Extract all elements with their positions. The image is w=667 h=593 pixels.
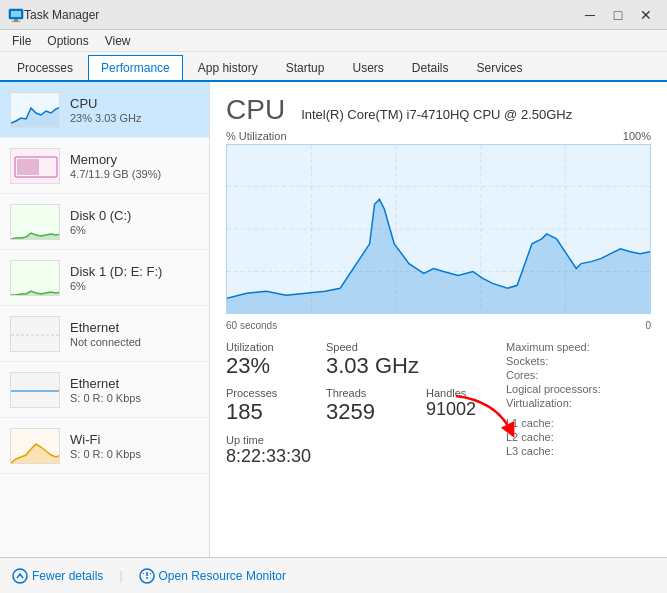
processes-value: 185: [226, 399, 306, 425]
processes-stat: Processes 185: [226, 387, 306, 425]
uptime-block: Up time 8:22:33:30: [226, 434, 506, 467]
wifi-sidebar-info: Wi-Fi S: 0 R: 0 Kbps: [70, 432, 199, 460]
window-title: Task Manager: [24, 8, 577, 22]
memory-sidebar-value: 4.7/11.9 GB (39%): [70, 168, 199, 180]
wifi-sidebar-value: S: 0 R: 0 Kbps: [70, 448, 199, 460]
ethernet1-sidebar-value: Not connected: [70, 336, 199, 348]
tab-users[interactable]: Users: [339, 55, 396, 80]
cpu-detail-panel: CPU Intel(R) Core(TM) i7-4710HQ CPU @ 2.…: [210, 82, 667, 557]
minimize-button[interactable]: ─: [577, 5, 603, 25]
disk1-sidebar-name: Disk 1 (D: E: F:): [70, 264, 199, 279]
open-resource-monitor-link[interactable]: Open Resource Monitor: [139, 568, 286, 584]
info-cores: Cores: 4: [506, 369, 667, 381]
ethernet2-sidebar-info: Ethernet S: 0 R: 0 Kbps: [70, 376, 199, 404]
fewer-details-icon: [12, 568, 28, 584]
menu-view[interactable]: View: [97, 32, 139, 50]
handles-value: 91002: [426, 399, 506, 421]
max-speed-label: Maximum speed:: [506, 341, 590, 353]
cpu-sidebar-value: 23% 3.03 GHz: [70, 112, 199, 124]
svg-rect-6: [17, 159, 39, 175]
ethernet1-sidebar-name: Ethernet: [70, 320, 199, 335]
close-button[interactable]: ✕: [633, 5, 659, 25]
cpu-panel-title: CPU: [226, 94, 285, 126]
disk0-sidebar-info: Disk 0 (C:) 6%: [70, 208, 199, 236]
svg-rect-3: [12, 21, 20, 22]
cpu-sidebar-name: CPU: [70, 96, 199, 111]
disk1-sidebar-value: 6%: [70, 280, 199, 292]
svg-rect-1: [11, 11, 21, 17]
svg-marker-19: [227, 199, 650, 313]
maximize-button[interactable]: □: [605, 5, 631, 25]
stats-row-1: Utilization 23% Speed 3.03 GHz: [226, 341, 506, 379]
info-l2cache: L2 cache: 1.0 MB: [506, 431, 667, 443]
svg-point-23: [146, 577, 148, 579]
handles-stat: Handles 91002: [426, 387, 506, 425]
threads-value: 3259: [326, 399, 406, 425]
memory-sidebar-info: Memory 4.7/11.9 GB (39%): [70, 152, 199, 180]
app-icon: [8, 7, 24, 23]
sidebar-item-ethernet1[interactable]: Ethernet Not connected: [0, 306, 209, 362]
sidebar-item-ethernet2[interactable]: Ethernet S: 0 R: 0 Kbps: [0, 362, 209, 418]
info-l3cache: L3 cache: 6.0 MB: [506, 445, 667, 457]
fewer-details-label: Fewer details: [32, 569, 103, 583]
title-bar: Task Manager ─ □ ✕: [0, 0, 667, 30]
disk1-sidebar-info: Disk 1 (D: E: F:) 6%: [70, 264, 199, 292]
uptime-label: Up time: [226, 434, 506, 446]
disk0-sidebar-value: 6%: [70, 224, 199, 236]
sidebar-item-disk1[interactable]: Disk 1 (D: E: F:) 6%: [0, 250, 209, 306]
sidebar-item-wifi[interactable]: Wi-Fi S: 0 R: 0 Kbps: [0, 418, 209, 474]
utilization-stat: Utilization 23%: [226, 341, 306, 379]
info-max-speed: Maximum speed: 2.50 GHz: [506, 341, 667, 353]
speed-value: 3.03 GHz: [326, 353, 419, 379]
ethernet2-thumbnail: [10, 372, 60, 408]
tab-performance[interactable]: Performance: [88, 55, 183, 80]
stats-info-layout: Utilization 23% Speed 3.03 GHz Processes…: [226, 341, 651, 467]
stats-row-2: Processes 185 Threads 3259 Handles 91002: [226, 387, 506, 425]
cpu-stats-left: Utilization 23% Speed 3.03 GHz Processes…: [226, 341, 506, 467]
chart-time-labels: 60 seconds 0: [226, 320, 651, 331]
tab-processes[interactable]: Processes: [4, 55, 86, 80]
utilization-value: 23%: [226, 353, 306, 379]
tab-services[interactable]: Services: [464, 55, 536, 80]
cpu-thumbnail: [10, 92, 60, 128]
cpu-utilization-chart: [226, 144, 651, 314]
cpu-model-text: Intel(R) Core(TM) i7-4710HQ CPU @ 2.50GH…: [301, 107, 572, 122]
disk0-thumbnail: [10, 204, 60, 240]
sidebar-item-cpu[interactable]: CPU 23% 3.03 GHz: [0, 82, 209, 138]
tab-details[interactable]: Details: [399, 55, 462, 80]
l2cache-label: L2 cache:: [506, 431, 554, 443]
ethernet2-sidebar-name: Ethernet: [70, 376, 199, 391]
memory-sidebar-name: Memory: [70, 152, 199, 167]
disk1-thumbnail: [10, 260, 60, 296]
chart-time-left: 60 seconds: [226, 320, 277, 331]
fewer-details-link[interactable]: Fewer details: [12, 568, 103, 584]
cpu-sidebar-info: CPU 23% 3.03 GHz: [70, 96, 199, 124]
sidebar: CPU 23% 3.03 GHz Memory 4.7/11.9 GB (39%…: [0, 82, 210, 557]
chart-time-right: 0: [645, 320, 651, 331]
menu-file[interactable]: File: [4, 32, 39, 50]
chart-labels: % Utilization 100%: [226, 130, 651, 142]
menu-options[interactable]: Options: [39, 32, 96, 50]
ethernet1-thumbnail: [10, 316, 60, 352]
ethernet1-sidebar-info: Ethernet Not connected: [70, 320, 199, 348]
l1cache-label: L1 cache:: [506, 417, 554, 429]
l3cache-label: L3 cache:: [506, 445, 554, 457]
tab-bar: Processes Performance App history Startu…: [0, 52, 667, 82]
tab-app-history[interactable]: App history: [185, 55, 271, 80]
main-content: CPU 23% 3.03 GHz Memory 4.7/11.9 GB (39%…: [0, 82, 667, 557]
svg-line-25: [150, 573, 151, 574]
menu-bar: File Options View: [0, 30, 667, 52]
ethernet2-sidebar-value: S: 0 R: 0 Kbps: [70, 392, 199, 404]
uptime-value: 8:22:33:30: [226, 446, 506, 467]
sidebar-item-memory[interactable]: Memory 4.7/11.9 GB (39%): [0, 138, 209, 194]
info-virtualization: Virtualization: Enabled: [506, 397, 667, 415]
tab-startup[interactable]: Startup: [273, 55, 338, 80]
handles-label: Handles: [426, 387, 506, 399]
sidebar-item-disk0[interactable]: Disk 0 (C:) 6%: [0, 194, 209, 250]
virtualization-label: Virtualization:: [506, 397, 572, 415]
bottom-separator: |: [119, 569, 122, 583]
info-sockets: Sockets: 1: [506, 355, 667, 367]
wifi-thumbnail: [10, 428, 60, 464]
bottom-bar: Fewer details | Open Resource Monitor: [0, 557, 667, 593]
resource-monitor-icon: [139, 568, 155, 584]
